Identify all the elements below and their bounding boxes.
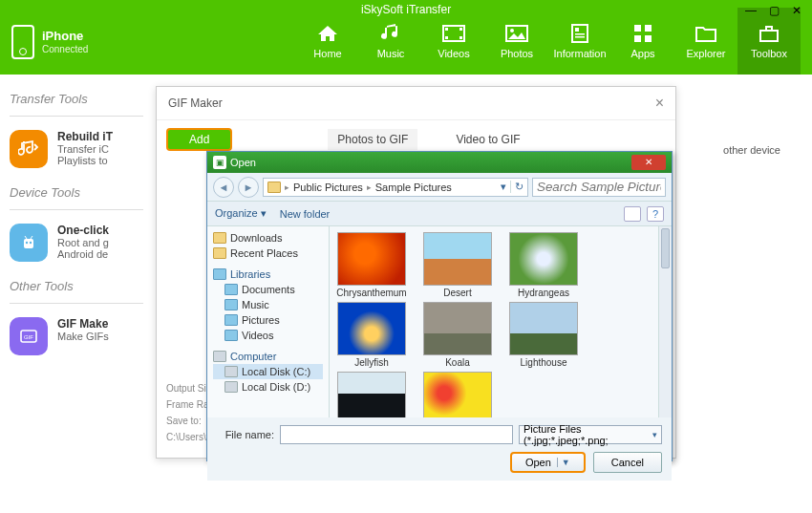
svg-line-20 (25, 236, 27, 239)
nav-back-button[interactable]: ◄ (213, 177, 234, 198)
svg-rect-10 (575, 36, 585, 38)
tool-gifmaker[interactable]: GIF GIF MakeMake GIFs (10, 317, 143, 355)
nav-label: Explorer (687, 48, 726, 59)
minimize-icon[interactable]: — (743, 4, 759, 17)
refresh-icon[interactable]: ↻ (510, 181, 524, 193)
file-name: Koala (419, 357, 496, 368)
device-box[interactable]: iPhone Connected (11, 25, 88, 59)
add-button[interactable]: Add (166, 128, 232, 151)
tree-computer[interactable]: Computer (213, 349, 323, 364)
help-button[interactable]: ? (647, 206, 664, 222)
tree-pictures[interactable]: Pictures (213, 312, 323, 328)
scrollbar[interactable] (658, 226, 672, 417)
svg-rect-17 (24, 239, 33, 248)
maximize-icon[interactable]: ▢ (766, 4, 781, 17)
cancel-button[interactable]: Cancel (593, 452, 662, 473)
tool-desc: Root and g (57, 237, 109, 248)
svg-rect-3 (459, 28, 462, 31)
filename-input[interactable] (280, 425, 513, 444)
file-name: Desert (419, 288, 496, 298)
file-item[interactable]: Hydrangeas (505, 232, 582, 298)
file-filter-dropdown[interactable]: Picture Files (*.jpg;*.jpeg;*.png;▾ (519, 425, 662, 444)
open-button[interactable]: Open▼ (510, 452, 586, 473)
gif-dialog-title: GIF Maker (168, 96, 223, 110)
apps-icon (630, 23, 655, 44)
file-item[interactable]: Koala (419, 302, 496, 368)
file-item[interactable] (419, 372, 496, 417)
tool-title: One-click (57, 224, 109, 237)
sidebar-section-device: Device Tools (10, 185, 143, 200)
breadcrumb-item[interactable]: Sample Pictures (375, 182, 452, 193)
open-nav: ◄ ► ▸ Public Pictures ▸ Sample Pictures … (207, 173, 672, 202)
tree-downloads[interactable]: Downloads (213, 230, 323, 246)
search-input[interactable] (532, 178, 666, 197)
file-grid: Chrysanthemum Desert Hydrangeas Jellyfis… (330, 226, 658, 417)
svg-point-19 (30, 242, 32, 244)
tab-photos-to-gif[interactable]: Photos to GIF (328, 129, 417, 150)
tab-video-to-gif[interactable]: Video to GIF (446, 129, 529, 150)
sidebar-section-transfer: Transfer Tools (10, 92, 143, 106)
app-titlebar: iSkySoft iTransfer (0, 0, 812, 19)
svg-text:GIF: GIF (24, 334, 33, 340)
nav-label: Toolbox (751, 48, 787, 59)
window-controls: — ▢ ✕ (743, 4, 804, 17)
tree-recent[interactable]: Recent Places (213, 246, 323, 261)
info-icon (567, 23, 592, 44)
open-titlebar: ▣ Open ✕ (207, 152, 672, 173)
file-item[interactable] (333, 372, 410, 417)
svg-point-18 (26, 242, 28, 244)
tree-videos[interactable]: Videos (213, 328, 323, 343)
tree-documents[interactable]: Documents (213, 282, 323, 297)
tool-oneclick[interactable]: One-clickRoot and gAndroid de (10, 224, 143, 262)
info-text: other device (723, 144, 780, 156)
photos-icon (504, 23, 529, 44)
tool-rebuild[interactable]: Rebuild iTTransfer iCPlaylists to (10, 130, 143, 168)
tool-title: GIF Make (57, 317, 109, 331)
home-icon (315, 23, 340, 44)
nav-label: Photos (501, 48, 533, 59)
file-item[interactable]: Jellyfish (333, 302, 410, 368)
svg-rect-4 (459, 36, 462, 39)
android-icon (10, 224, 48, 262)
folder-icon (267, 182, 281, 193)
close-icon[interactable]: ✕ (789, 4, 804, 17)
breadcrumb[interactable]: ▸ Public Pictures ▸ Sample Pictures ▾ ↻ (263, 178, 528, 197)
organize-menu[interactable]: Organize ▾ (215, 207, 267, 220)
open-toolbar: Organize ▾ New folder ? (207, 202, 672, 226)
tool-desc: Transfer iC (57, 143, 109, 155)
tool-desc: Android de (57, 248, 108, 260)
file-item[interactable]: Chrysanthemum (333, 232, 410, 298)
svg-rect-14 (645, 35, 652, 42)
file-item[interactable]: Lighthouse (505, 302, 582, 368)
toolbox-icon (757, 23, 781, 44)
music-icon (378, 23, 403, 44)
breadcrumb-item[interactable]: Public Pictures (293, 182, 363, 193)
open-close-button[interactable]: ✕ (631, 155, 666, 170)
filename-label: File name: (217, 429, 274, 440)
rebuild-icon (10, 130, 48, 168)
nav-label: Information (553, 48, 606, 59)
tree-drive-c[interactable]: Local Disk (C:) (213, 364, 323, 379)
svg-rect-2 (445, 36, 448, 39)
thumbnail (337, 232, 406, 286)
save-to-label: Save to: (166, 416, 202, 426)
nav-label: Home (313, 48, 341, 59)
view-mode-button[interactable] (624, 206, 641, 222)
file-name: Lighthouse (505, 357, 582, 368)
svg-rect-13 (634, 35, 641, 42)
file-item[interactable]: Desert (419, 232, 496, 298)
new-folder-button[interactable]: New folder (280, 208, 331, 220)
tool-desc: Playlists to (57, 155, 108, 166)
tree-music[interactable]: Music (213, 297, 323, 312)
svg-rect-16 (766, 27, 772, 31)
tree-drive-d[interactable]: Local Disk (D:) (213, 379, 323, 395)
device-status: Connected (42, 44, 88, 55)
nav-forward-button[interactable]: ► (238, 177, 259, 198)
sidebar: Transfer Tools Rebuild iTTransfer iCPlay… (0, 75, 153, 513)
phone-icon (11, 25, 34, 59)
chevron-down-icon[interactable]: ▼ (557, 458, 570, 467)
thumbnail (509, 232, 578, 286)
svg-rect-15 (760, 31, 778, 41)
tree-libraries[interactable]: Libraries (213, 267, 323, 282)
gif-close-icon[interactable]: × (655, 95, 664, 112)
